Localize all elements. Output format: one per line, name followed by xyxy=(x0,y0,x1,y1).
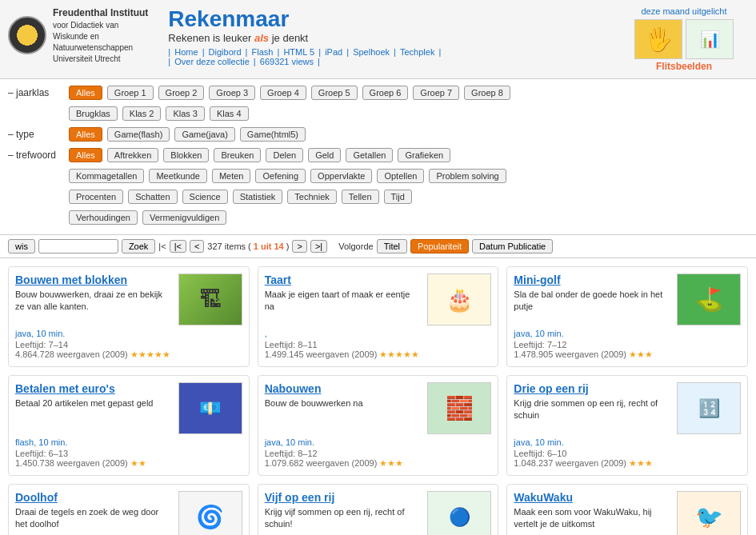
filter-game-flash[interactable]: Game(flash) xyxy=(107,127,170,142)
item-desc-nabouwen: Bouw de bouwwerken na xyxy=(265,397,422,409)
nav-html5[interactable]: HTML 5 xyxy=(283,47,314,57)
sort-titel[interactable]: Titel xyxy=(377,239,407,254)
filters-section: – jaarklas Alles Groep 1 Groep 2 Groep 3… xyxy=(0,79,756,235)
item-views-drie: 1.048.237 weergaven (2009) xyxy=(514,458,626,468)
nav-ipad[interactable]: iPad xyxy=(325,47,342,57)
filter-aftrekken[interactable]: Aftrekken xyxy=(107,148,158,162)
item-stats-golf: Leeftijd: 7–12 1.478.905 weergaven (2009… xyxy=(514,340,741,360)
filter-verhoudingen[interactable]: Verhoudingen xyxy=(69,210,138,225)
featured-thumb-1[interactable]: 🖐 xyxy=(634,19,682,59)
item-title-golf[interactable]: Mini-golf xyxy=(514,273,670,286)
item-title-vijf[interactable]: Vijf op een rij xyxy=(265,491,422,504)
filter-schatten[interactable]: Schatten xyxy=(128,190,177,204)
sort-datum[interactable]: Datum Publicatie xyxy=(472,239,553,254)
item-title-waku[interactable]: WakuWaku xyxy=(514,491,670,504)
item-title-nabouwen[interactable]: Nabouwen xyxy=(265,382,422,395)
sort-populariteit[interactable]: Populariteit xyxy=(410,239,469,254)
item-thumb-bouwen[interactable]: 🏗 xyxy=(178,273,242,325)
item-title-doolhof[interactable]: Doolhof xyxy=(15,491,172,504)
item-title-taart[interactable]: Taart xyxy=(265,273,422,286)
item-thumb-betalen[interactable]: 💶 xyxy=(178,382,242,434)
item-meta-bouwen: java, 10 min. xyxy=(15,329,242,338)
item-thumb-doolhof[interactable]: 🌀 xyxy=(178,491,242,535)
filter-trefwoord-alles[interactable]: Alles xyxy=(69,148,102,162)
nav-views[interactable]: 669321 views xyxy=(260,57,314,66)
filter-techniek[interactable]: Techniek xyxy=(287,190,336,204)
trefwoord-row3: Procenten Schatten Science Statistiek Te… xyxy=(8,188,748,206)
item-stats-nabouwen: Leeftijd: 8–12 1.079.682 weergaven (2009… xyxy=(265,449,492,469)
filter-meten[interactable]: Meten xyxy=(212,169,251,183)
item-card-waku: WakuWaku Maak een som voor WakuWaku, hij… xyxy=(506,484,748,535)
filter-vermenigvuldigen[interactable]: Vermenigvuldigen xyxy=(142,210,226,225)
filter-klas2[interactable]: Klas 2 xyxy=(122,106,162,121)
item-thumb-golf[interactable]: ⛳ xyxy=(677,273,741,325)
filter-delen[interactable]: Delen xyxy=(266,148,303,162)
wis-button[interactable]: wis xyxy=(8,239,35,254)
filter-groep6[interactable]: Groep 6 xyxy=(362,86,409,100)
item-stats-bouwen: Leeftijd: 7–14 4.864.728 weergaven (2009… xyxy=(15,340,242,360)
filter-kommagetallen[interactable]: Kommagetallen xyxy=(69,169,144,183)
filter-tijd[interactable]: Tijd xyxy=(384,190,412,204)
item-stars-drie: ★★★ xyxy=(629,458,653,468)
filter-statistiek[interactable]: Statistiek xyxy=(233,190,283,204)
item-lang-bouwen: java, 10 min. xyxy=(15,329,65,338)
item-card-taart: Taart Maak je eigen taart of maak er een… xyxy=(258,266,499,367)
filter-game-java[interactable]: Game(java) xyxy=(174,127,234,142)
item-thumb-waku[interactable]: 🐦 xyxy=(677,491,741,535)
item-top-doolhof: Doolhof Draai de tegels en zoek de weg d… xyxy=(15,491,242,535)
nav-home[interactable]: Home xyxy=(174,47,198,57)
item-thumb-drie[interactable]: 🔢 xyxy=(677,382,741,434)
filter-problem-solving[interactable]: Problem solving xyxy=(429,169,506,183)
page-last[interactable]: >| xyxy=(310,240,327,253)
filter-groep1[interactable]: Groep 1 xyxy=(107,86,154,100)
filter-science[interactable]: Science xyxy=(182,190,228,204)
filter-oefening[interactable]: Oefening xyxy=(255,169,306,183)
filter-tellen[interactable]: Tellen xyxy=(342,190,379,204)
filter-procenten[interactable]: Procenten xyxy=(69,190,123,204)
search-input[interactable] xyxy=(38,239,118,254)
filter-groep3[interactable]: Groep 3 xyxy=(209,86,255,100)
page-first[interactable]: |< xyxy=(170,240,186,253)
nav-techplek[interactable]: Techplek xyxy=(400,47,434,57)
nav-over[interactable]: Over deze collectie xyxy=(174,57,250,66)
filter-breuken[interactable]: Breuken xyxy=(214,148,261,162)
flitsbeelden-label[interactable]: Flitsbeelden xyxy=(620,61,748,72)
item-stars-golf: ★★★ xyxy=(629,349,653,359)
filter-jaarklas-alles[interactable]: Alles xyxy=(69,86,102,100)
filter-game-html5[interactable]: Game(html5) xyxy=(240,127,306,142)
filter-geld[interactable]: Geld xyxy=(308,148,341,162)
page-prev[interactable]: < xyxy=(190,240,204,253)
filter-klas3[interactable]: Klas 3 xyxy=(166,106,205,121)
item-lang-betalen: flash, 10 min. xyxy=(15,437,67,447)
filter-groep8[interactable]: Groep 8 xyxy=(464,86,510,100)
filter-groep2[interactable]: Groep 2 xyxy=(158,86,205,100)
filter-klas4[interactable]: Klas 4 xyxy=(210,106,249,121)
item-desc-bouwen: Bouw bouwwerken, draai ze en bekijk ze v… xyxy=(15,289,172,313)
nav-spelhoek[interactable]: Spelhoek xyxy=(353,47,390,57)
item-thumb-nabouwen[interactable]: 🧱 xyxy=(427,382,491,434)
filter-blokken[interactable]: Blokken xyxy=(163,148,209,162)
nav-digibord[interactable]: Digibord xyxy=(209,47,242,57)
filter-groep7[interactable]: Groep 7 xyxy=(413,86,459,100)
filter-getallen[interactable]: Getallen xyxy=(346,148,393,162)
item-title-bouwen[interactable]: Bouwen met blokken xyxy=(15,273,172,286)
page-next[interactable]: > xyxy=(292,240,306,253)
filter-type-alles[interactable]: Alles xyxy=(69,127,102,142)
item-top-waku: WakuWaku Maak een som voor WakuWaku, hij… xyxy=(514,491,741,535)
nav-flash[interactable]: Flash xyxy=(252,47,274,57)
filter-brugklas[interactable]: Brugklas xyxy=(69,106,118,121)
filter-optellen[interactable]: Optellen xyxy=(377,169,424,183)
item-title-betalen[interactable]: Betalen met euro's xyxy=(15,382,172,395)
item-title-drie[interactable]: Drie op een rij xyxy=(514,382,670,395)
item-thumb-taart[interactable]: 🎂 xyxy=(427,273,491,325)
filter-groep5[interactable]: Groep 5 xyxy=(311,86,358,100)
filter-grafieken[interactable]: Grafieken xyxy=(398,148,450,162)
filter-groep4[interactable]: Groep 4 xyxy=(260,86,306,100)
zoek-button[interactable]: Zoek xyxy=(122,239,155,254)
filter-oppervlakte[interactable]: Oppervlakte xyxy=(310,169,372,183)
filter-meetkunde[interactable]: Meetkunde xyxy=(149,169,206,183)
featured-thumb-2[interactable]: 📊 xyxy=(686,19,734,59)
item-thumb-vijf[interactable]: 🔵 xyxy=(427,491,491,535)
item-top-golf: Mini-golf Sla de bal onder de goede hoek… xyxy=(514,273,741,325)
item-views-taart: 1.499.145 weergaven (2009) xyxy=(265,349,378,359)
